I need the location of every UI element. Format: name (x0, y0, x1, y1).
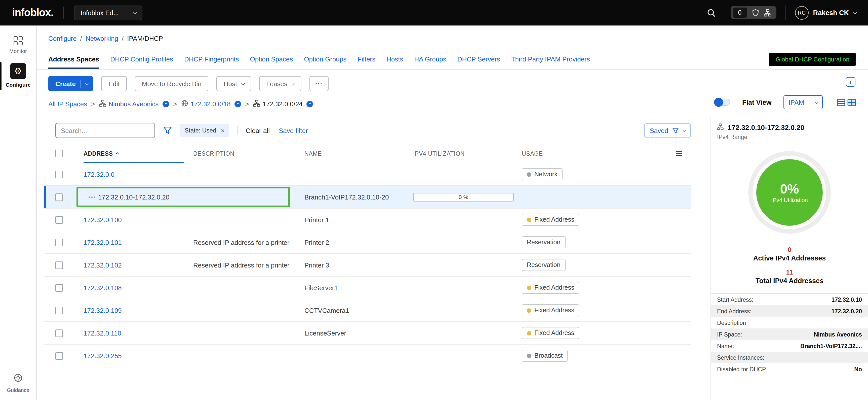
globe-icon (181, 99, 188, 108)
info-icon[interactable] (846, 77, 856, 87)
shield-icon[interactable] (751, 9, 759, 17)
global-dhcp-configuration-button[interactable]: Global DHCP Configuration (769, 53, 856, 66)
move-to-recycle-bin-button[interactable]: Move to Recycle Bin (135, 76, 209, 91)
list-view-icon[interactable] (837, 98, 845, 107)
address-link[interactable]: 172.32.0.102 (84, 261, 122, 269)
table-row[interactable]: 172.32.0.101 Reserved IP address for a p… (44, 231, 691, 254)
table-row[interactable]: 172.32.0.100 Printer 1 Fixed Address (44, 208, 691, 231)
notification-count-badge[interactable]: 0 (733, 7, 747, 18)
tab-option-spaces[interactable]: Option Spaces (250, 49, 293, 69)
avatar[interactable]: RC (795, 6, 808, 20)
ipam-table: ADDRESS DESCRIPTION NAME IPV4 UTILIZATIO… (44, 144, 691, 367)
subnet-label: 172.32.0.0/24 (263, 100, 303, 108)
address-link[interactable]: 172.32.0.255 (84, 352, 122, 360)
sort-ascending-icon[interactable] (116, 152, 119, 156)
sitemap-icon[interactable] (764, 9, 771, 17)
create-button[interactable]: Create (48, 76, 93, 91)
row-checkbox[interactable] (55, 329, 63, 337)
address-link[interactable]: 172.32.0.109 (84, 307, 122, 314)
column-header-address[interactable]: ADDRESS (84, 144, 193, 163)
more-actions-button[interactable]: ⋯ (309, 76, 329, 91)
ipam-mode-dropdown[interactable]: IPAM (784, 95, 823, 109)
description-cell: Reserved IP address for a printer (193, 238, 304, 246)
tab-option-groups[interactable]: Option Groups (304, 49, 346, 69)
table-row-selected[interactable]: 172.32.0.10-172.32.0.20 Branch1-VoIP172.… (44, 186, 691, 208)
network-link[interactable]: 172.32.0.0/18 (181, 99, 231, 108)
name-cell: CCTVCamera1 (304, 307, 413, 314)
expand-chevron-icon[interactable] (235, 101, 241, 107)
save-filter-link[interactable]: Save filter (279, 127, 308, 134)
breadcrumb-configure[interactable]: Configure (48, 34, 77, 42)
address-link[interactable]: 172.32.0.10-172.32.0.20 (98, 193, 169, 201)
usage-badge: Fixed Address (522, 213, 579, 226)
row-checkbox[interactable] (55, 307, 63, 314)
breadcrumb-networking[interactable]: Networking (86, 34, 118, 42)
column-settings-icon[interactable] (676, 151, 682, 156)
row-checkbox[interactable] (55, 284, 63, 291)
ip-space-link[interactable]: Nimbus Aveonics (99, 99, 158, 108)
row-checkbox[interactable] (55, 352, 63, 360)
tab-filters[interactable]: Filters (358, 49, 375, 69)
all-ip-spaces-link[interactable]: All IP Spaces (48, 100, 87, 108)
status-dot (527, 285, 531, 290)
field-label: Description (717, 320, 746, 326)
column-header-usage[interactable]: USAGE (522, 150, 667, 156)
chevron-down-icon[interactable] (852, 10, 857, 15)
column-header-name[interactable]: NAME (304, 150, 413, 156)
search-icon[interactable] (707, 8, 716, 17)
flat-view-toggle[interactable] (714, 99, 730, 106)
sidebar-item-guidance[interactable]: Guidance (0, 373, 36, 393)
expand-chevron-icon[interactable] (307, 101, 313, 107)
topbar: infoblox. Infoblox Ed... 0 RC Rakesh CK (0, 0, 868, 25)
grid-view-icon[interactable] (847, 98, 856, 107)
table-row[interactable]: 172.32.0.110 LicenseServer Fixed Address (44, 322, 691, 345)
table-row[interactable]: 172.32.0.102 Reserved IP address for a p… (44, 254, 691, 277)
column-header-utilization[interactable]: IPV4 UTILIZATION (413, 150, 522, 156)
remove-filter-icon[interactable]: × (221, 127, 224, 134)
table-row[interactable]: 172.32.0.0 Network (44, 163, 691, 186)
tab-ha-groups[interactable]: HA Groups (414, 49, 446, 69)
address-link[interactable]: 172.32.0.0 (84, 171, 115, 178)
user-name[interactable]: Rakesh CK (813, 9, 849, 17)
search-input[interactable] (55, 123, 155, 138)
table-row[interactable]: 172.32.0.255 Broadcast (44, 345, 691, 367)
row-checkbox[interactable] (55, 171, 63, 178)
row-checkbox[interactable] (55, 238, 63, 246)
saved-filters-dropdown[interactable]: Saved (644, 123, 691, 138)
chevron-down-icon (132, 10, 137, 15)
row-checkbox[interactable] (55, 216, 63, 223)
tab-dhcp-config-profiles[interactable]: DHCP Config Profiles (110, 49, 173, 69)
subnet-current: 172.32.0.0/24 (253, 99, 303, 108)
address-link[interactable]: 172.32.0.101 (84, 238, 122, 246)
active-filter-chip[interactable]: State: Used × (180, 124, 229, 137)
select-all-checkbox[interactable] (55, 150, 63, 157)
tab-dhcp-servers[interactable]: DHCP Servers (457, 49, 500, 69)
clear-all-button[interactable]: Clear all (246, 127, 270, 134)
row-checkbox[interactable] (55, 261, 63, 269)
leases-dropdown-button[interactable]: Leases (259, 76, 302, 91)
sidebar-item-monitor[interactable]: Monitor (0, 36, 36, 54)
edit-button[interactable]: Edit (101, 76, 127, 91)
address-link[interactable]: 172.32.0.100 (84, 216, 122, 223)
sidebar-item-configure[interactable]: Configure (0, 63, 36, 88)
total-count: 11 (711, 268, 868, 276)
host-dropdown-button[interactable]: Host (217, 76, 251, 91)
table-row[interactable]: 172.32.0.108 FileServer1 Fixed Address (44, 277, 691, 299)
field-end-address: End Address: 172.32.0.20 (711, 305, 868, 317)
tab-hosts[interactable]: Hosts (386, 49, 403, 69)
app-selector-dropdown[interactable]: Infoblox Ed... (74, 5, 143, 20)
filter-funnel-icon[interactable] (163, 126, 172, 135)
tab-address-spaces[interactable]: Address Spaces (48, 49, 99, 69)
active-indicator (0, 62, 1, 90)
chevron-down-icon (291, 82, 295, 85)
tab-dhcp-fingerprints[interactable]: DHCP Fingerprints (184, 49, 239, 69)
expand-chevron-icon[interactable] (162, 101, 169, 107)
row-checkbox[interactable] (55, 193, 63, 201)
address-link[interactable]: 172.32.0.110 (84, 329, 121, 337)
column-header-description[interactable]: DESCRIPTION (193, 150, 304, 156)
tab-third-party-ipam-providers[interactable]: Third Party IPAM Providers (511, 49, 590, 69)
table-row[interactable]: 172.32.0.109 CCTVCamera1 Fixed Address (44, 299, 691, 322)
status-dot (527, 308, 531, 313)
field-label: Service Instances: (717, 354, 764, 361)
address-link[interactable]: 172.32.0.108 (84, 284, 122, 291)
